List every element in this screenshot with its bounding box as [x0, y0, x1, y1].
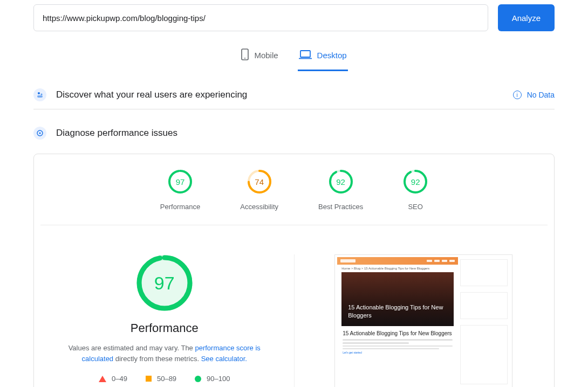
gauge-accessibility-value: 74 — [247, 169, 272, 194]
performance-big-value: 97 — [136, 254, 193, 312]
circle-icon — [195, 376, 201, 382]
gauge-accessibility-label: Accessibility — [240, 203, 278, 211]
analyze-button[interactable]: Analyze — [498, 4, 555, 31]
score-legend: 0–49 50–89 90–100 — [99, 375, 230, 383]
screenshot-hero: 15 Actionable Blogging Tips for New Blog… — [341, 272, 454, 326]
section-discover: Discover what your real users are experi… — [33, 83, 555, 109]
tab-mobile-label: Mobile — [254, 51, 278, 60]
svg-point-1 — [244, 58, 245, 59]
gauge-best-practices-value: 92 — [329, 169, 353, 194]
gauge-performance-value: 97 — [168, 169, 193, 194]
svg-rect-2 — [300, 51, 310, 57]
page-screenshot: Home > Blog > 15 Actionable Blogging Tip… — [334, 254, 512, 387]
gauge-seo-value: 92 — [403, 169, 428, 194]
screenshot-breadcrumb: Home > Blog > 15 Actionable Blogging Tip… — [337, 265, 458, 272]
gauge-performance[interactable]: 97 Performance — [160, 169, 200, 211]
section-diagnose: Diagnose performance issues — [33, 121, 555, 142]
svg-rect-6 — [37, 95, 43, 98]
gauge-row: 97 Performance 74 Accessibility 92 — [40, 169, 548, 225]
discover-title: Discover what your real users are experi… — [56, 89, 247, 100]
url-input[interactable] — [33, 4, 488, 31]
gauge-accessibility[interactable]: 74 Accessibility — [240, 169, 278, 211]
users-icon — [33, 88, 46, 101]
screenshot-link: Let's get started — [343, 351, 453, 354]
gauge-best-practices[interactable]: 92 Best Practices — [318, 169, 363, 211]
svg-point-4 — [38, 92, 40, 94]
screenshot-header — [337, 257, 458, 265]
info-icon: i — [513, 91, 522, 99]
tab-desktop[interactable]: Desktop — [298, 43, 348, 71]
tab-mobile[interactable]: Mobile — [240, 43, 279, 71]
tab-desktop-label: Desktop — [317, 51, 347, 60]
triangle-icon — [99, 376, 106, 382]
legend-red: 0–49 — [99, 375, 127, 383]
diagnose-title: Diagnose performance issues — [56, 128, 177, 139]
gauge-seo-label: SEO — [408, 203, 422, 211]
performance-desc: Values are estimated and may vary. The p… — [57, 343, 272, 364]
legend-orange: 50–89 — [146, 375, 176, 383]
url-row: Analyze — [33, 4, 555, 31]
phone-icon — [241, 49, 249, 62]
legend-green: 90–100 — [195, 375, 230, 383]
gauge-performance-label: Performance — [160, 203, 200, 211]
svg-point-8 — [39, 132, 40, 134]
screenshot-article-title: 15 Actionable Blogging Tips for New Blog… — [337, 326, 458, 337]
square-icon — [146, 376, 152, 382]
gauge-best-practices-label: Best Practices — [318, 203, 363, 211]
no-data-link[interactable]: i No Data — [513, 91, 555, 99]
device-tabs: Mobile Desktop — [11, 43, 577, 71]
results-card: 97 Performance 74 Accessibility 92 — [33, 154, 555, 387]
svg-point-5 — [40, 93, 42, 95]
gauge-seo[interactable]: 92 SEO — [403, 169, 428, 211]
laptop-icon — [299, 50, 312, 61]
performance-title: Performance — [131, 321, 199, 335]
performance-detail: 97 Performance Values are estimated and … — [51, 254, 537, 387]
no-data-label: No Data — [527, 91, 555, 99]
performance-big-gauge: 97 — [136, 254, 193, 312]
see-calculator-link[interactable]: See calculator. — [201, 355, 247, 363]
diagnose-icon — [33, 127, 46, 140]
divider — [33, 109, 555, 109]
